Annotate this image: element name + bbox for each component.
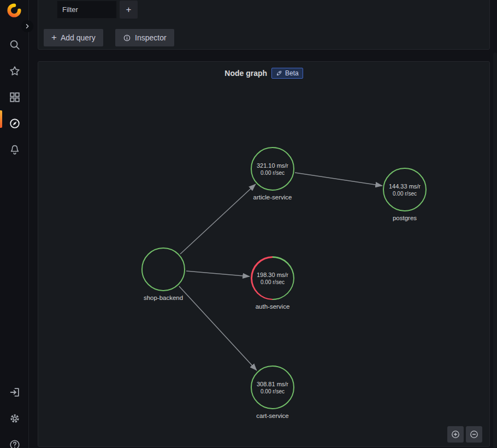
- node-label: shop-backend: [120, 294, 207, 301]
- node-cart-service[interactable]: 308.81 ms/r 0.00 r/sec cart-service: [251, 366, 294, 409]
- node-stat-sub: 0.00 r/sec: [393, 191, 417, 197]
- plus-icon: +: [126, 4, 132, 15]
- node-stats: [141, 247, 185, 291]
- inspector-label: Inspector: [135, 33, 167, 42]
- star-icon[interactable]: [0, 60, 29, 82]
- node-stats: 144.33 ms/r 0.00 r/sec: [383, 168, 427, 211]
- add-filter-button[interactable]: +: [120, 1, 138, 19]
- inspector-button[interactable]: Inspector: [115, 29, 174, 46]
- node-graph-panel: Node graph Beta shop-backend 321.: [38, 61, 490, 447]
- active-indicator: [0, 110, 2, 128]
- filter-input[interactable]: [57, 1, 117, 19]
- search-icon[interactable]: [0, 34, 29, 56]
- node-stat-main: 308.81 ms/r: [257, 381, 288, 387]
- dashboards-icon[interactable]: [0, 86, 29, 108]
- edge-article-service-postgres[interactable]: [295, 173, 382, 186]
- node-stat-main: 198.30 ms/r: [257, 272, 288, 278]
- node-stats: 198.30 ms/r 0.00 r/sec: [251, 256, 294, 300]
- node-postgres[interactable]: 144.33 ms/r 0.00 r/sec postgres: [383, 168, 427, 211]
- node-label: article-service: [229, 194, 316, 201]
- circle-plus-icon: [451, 429, 460, 439]
- node-stat-sub: 0.00 r/sec: [261, 170, 285, 176]
- node-label: cart-service: [229, 412, 316, 419]
- add-query-label: Add query: [61, 33, 96, 42]
- query-editor-panel: + + Add query Inspector: [38, 0, 490, 50]
- node-stat-main: 144.33 ms/r: [389, 183, 421, 190]
- chevron-right-icon: [23, 22, 31, 30]
- node-article-service[interactable]: 321.10 ms/r 0.00 r/sec article-service: [251, 147, 294, 191]
- grafana-app: { "app": { "name": "Grafana Explore" }, …: [0, 0, 497, 448]
- node-stat-main: 321.10 ms/r: [257, 162, 288, 169]
- zoom-in-button[interactable]: [447, 426, 464, 443]
- plus-icon: +: [51, 33, 57, 42]
- scrollbar[interactable]: [493, 52, 497, 448]
- node-stats: 308.81 ms/r 0.00 r/sec: [251, 366, 294, 409]
- gear-icon[interactable]: [0, 408, 29, 429]
- node-auth-service[interactable]: 198.30 ms/r 0.00 r/sec auth-service: [251, 256, 294, 300]
- add-query-button[interactable]: + Add query: [44, 29, 103, 46]
- circle-minus-icon: [469, 429, 479, 439]
- help-icon[interactable]: [0, 434, 29, 448]
- node-stat-sub: 0.00 r/sec: [261, 388, 285, 394]
- sidebar-expand-button[interactable]: [21, 20, 33, 32]
- sidebar: [0, 0, 29, 448]
- edge-shop-backend-auth-service[interactable]: [186, 271, 250, 276]
- zoom-out-button[interactable]: [466, 426, 482, 443]
- node-stat-sub: 0.00 r/sec: [261, 279, 285, 285]
- node-label: auth-service: [229, 303, 316, 310]
- grafana-logo[interactable]: [7, 3, 21, 17]
- node-label: postgres: [361, 215, 448, 221]
- sign-in-icon[interactable]: [0, 381, 29, 403]
- node-shop-backend[interactable]: shop-backend: [141, 247, 185, 291]
- compass-icon[interactable]: [0, 113, 29, 134]
- info-circle-icon: [123, 34, 131, 42]
- bell-icon[interactable]: [0, 139, 29, 161]
- node-stats: 321.10 ms/r 0.00 r/sec: [251, 147, 294, 191]
